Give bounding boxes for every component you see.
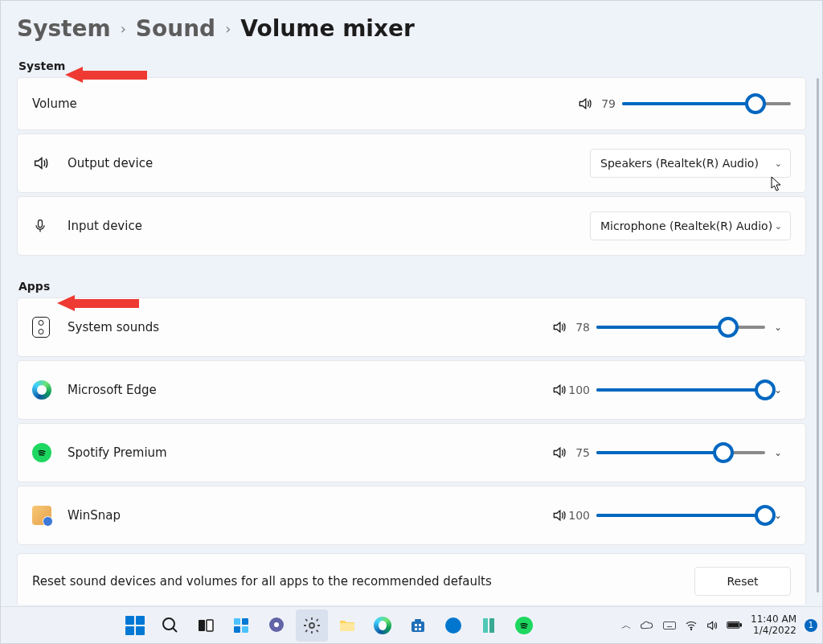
app-name: Microsoft Edge	[68, 383, 157, 397]
volume-slider[interactable]	[622, 96, 791, 112]
winsnap-icon	[32, 506, 51, 525]
app-volume-slider[interactable]	[596, 445, 765, 461]
input-device-dropdown[interactable]: Microphone (Realtek(R) Audio) ⌄	[590, 211, 791, 240]
svg-rect-4	[234, 618, 240, 625]
svg-point-1	[163, 618, 174, 630]
dell-app-button[interactable]	[437, 609, 469, 642]
clock-button[interactable]: 11:40 AM 1/4/2022	[751, 614, 796, 637]
app-name: System sounds	[68, 320, 159, 334]
annotation-arrow	[57, 295, 139, 311]
speaker-icon	[32, 154, 68, 172]
input-device-selected: Microphone (Realtek(R) Audio)	[600, 219, 772, 232]
svg-rect-11	[340, 623, 354, 631]
system-sounds-icon	[32, 317, 50, 338]
app-row-spotify[interactable]: Spotify Premium 75 ⌄	[17, 423, 806, 482]
volume-value: 79	[593, 97, 616, 110]
section-heading-apps: Apps	[18, 280, 806, 293]
speaker-icon[interactable]	[551, 382, 567, 398]
app-row-microsoft-edge[interactable]: Microsoft Edge 100 ⌄	[17, 360, 806, 420]
app-name: WinSnap	[68, 508, 121, 523]
taskbar-time: 11:40 AM	[751, 614, 796, 626]
speaker-icon[interactable]	[551, 507, 567, 523]
svg-rect-21	[664, 621, 676, 629]
breadcrumb: System › Sound › Volume mixer	[17, 15, 806, 42]
svg-point-10	[309, 623, 314, 628]
speaker-icon[interactable]	[577, 96, 593, 112]
output-device-label: Output device	[68, 156, 153, 170]
svg-rect-19	[483, 618, 488, 633]
app-row-winsnap[interactable]: WinSnap 100 ⌄	[17, 486, 806, 545]
svg-rect-2	[199, 620, 205, 631]
office-app-button[interactable]	[473, 609, 505, 642]
notification-badge[interactable]: 1	[805, 619, 817, 632]
svg-rect-15	[419, 624, 421, 626]
annotation-arrow	[65, 67, 147, 83]
app-volume-slider[interactable]	[596, 507, 765, 523]
start-button[interactable]	[119, 609, 151, 642]
tray-overflow-button[interactable]: ︿	[621, 618, 632, 633]
system-tray: ︿ 11:40 AM 1/4/2022 1	[621, 614, 817, 637]
app-volume-slider[interactable]	[596, 319, 765, 335]
chevron-down-icon: ⌄	[775, 158, 782, 169]
chevron-right-icon: ›	[121, 20, 126, 37]
expand-chevron[interactable]: ⌄	[765, 322, 791, 333]
app-name: Spotify Premium	[68, 445, 167, 460]
widgets-button[interactable]	[225, 609, 257, 642]
app-volume-value: 78	[567, 321, 590, 334]
taskbar: ︿ 11:40 AM 1/4/2022 1	[1, 606, 822, 643]
page-content: System › Sound › Volume mixer System Vol…	[1, 1, 822, 605]
svg-rect-24	[740, 624, 742, 626]
svg-rect-7	[242, 626, 248, 633]
svg-rect-20	[489, 618, 494, 633]
svg-rect-17	[419, 628, 421, 630]
taskbar-date: 1/4/2022	[751, 626, 796, 637]
quick-settings-button[interactable]	[685, 619, 743, 632]
output-device-dropdown[interactable]: Speakers (Realtek(R) Audio) ⌄	[590, 149, 791, 178]
edge-icon	[32, 380, 51, 400]
svg-rect-12	[412, 621, 424, 632]
svg-point-18	[445, 617, 461, 634]
microsoft-store-button[interactable]	[402, 609, 434, 642]
breadcrumb-current: Volume mixer	[240, 15, 414, 42]
svg-rect-5	[242, 618, 248, 625]
app-volume-value: 100	[567, 384, 590, 396]
task-view-button[interactable]	[190, 609, 222, 642]
chat-button[interactable]	[260, 609, 293, 642]
reset-button[interactable]: Reset	[694, 567, 791, 596]
breadcrumb-system[interactable]: System	[17, 15, 111, 42]
svg-rect-13	[415, 619, 421, 621]
svg-point-9	[274, 622, 279, 627]
spotify-button[interactable]	[508, 609, 540, 642]
svg-rect-0	[39, 220, 43, 228]
reset-description: Reset sound devices and volumes for all …	[32, 574, 492, 589]
search-button[interactable]	[154, 609, 186, 642]
settings-app-button[interactable]	[296, 609, 328, 642]
microphone-icon	[32, 218, 68, 234]
svg-rect-25	[728, 623, 738, 627]
expand-chevron[interactable]: ⌄	[765, 447, 791, 458]
onedrive-icon[interactable]	[640, 621, 654, 630]
spotify-icon	[32, 443, 51, 462]
input-device-label: Input device	[68, 219, 142, 233]
card-input-device[interactable]: Input device Microphone (Realtek(R) Audi…	[17, 196, 806, 256]
card-output-device[interactable]: Output device Speakers (Realtek(R) Audio…	[17, 133, 806, 193]
svg-rect-14	[415, 624, 417, 626]
app-volume-value: 100	[567, 509, 590, 522]
output-device-selected: Speakers (Realtek(R) Audio)	[600, 157, 759, 170]
scrollbar[interactable]	[817, 78, 819, 593]
breadcrumb-sound[interactable]: Sound	[136, 15, 215, 42]
app-volume-value: 75	[567, 446, 590, 459]
svg-rect-16	[415, 628, 417, 630]
edge-button[interactable]	[366, 609, 399, 642]
svg-rect-6	[234, 626, 240, 633]
volume-label: Volume	[32, 96, 77, 111]
chevron-right-icon: ›	[225, 20, 231, 37]
svg-point-22	[690, 629, 691, 630]
file-explorer-button[interactable]	[331, 609, 363, 642]
keyboard-icon[interactable]	[662, 621, 677, 630]
svg-rect-3	[207, 620, 213, 631]
speaker-icon[interactable]	[551, 319, 567, 335]
chevron-down-icon: ⌄	[775, 221, 782, 232]
speaker-icon[interactable]	[551, 445, 567, 461]
app-volume-slider[interactable]	[596, 382, 765, 398]
